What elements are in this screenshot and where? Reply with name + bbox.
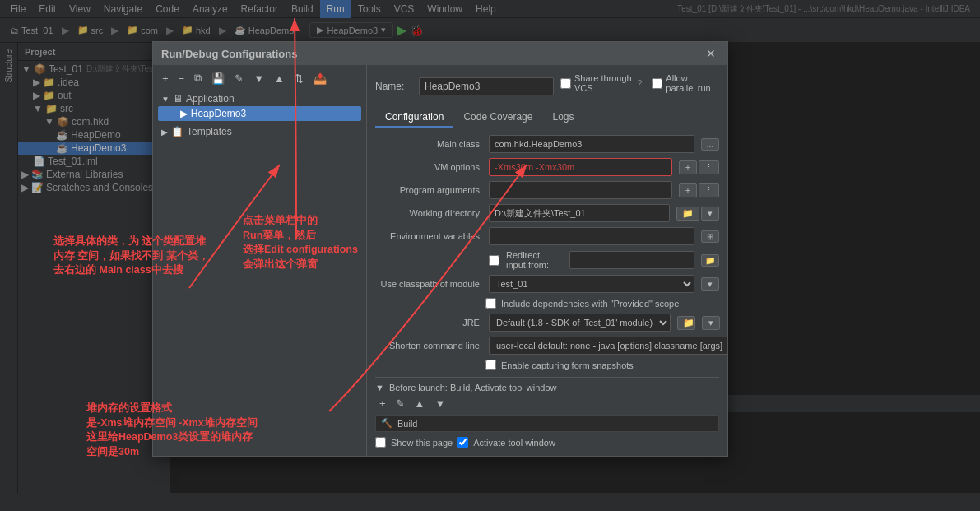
program-args-expand-button[interactable]: +	[679, 183, 697, 197]
parallel-run-label: Allow parallel run	[666, 73, 719, 93]
vm-options-expand-button[interactable]: +	[679, 160, 697, 174]
share-vcs-help-icon[interactable]: ?	[637, 78, 642, 88]
templates-label: Templates	[187, 126, 232, 137]
application-group-icon: 🖥	[173, 93, 183, 105]
redirect-checkbox[interactable]	[489, 255, 499, 266]
enable-snapshots-label: Enable capturing form snapshots	[501, 360, 634, 370]
activate-tool-window-label: Activate tool window	[473, 438, 555, 448]
before-launch-toolbar: + ✎ ▲ ▼	[375, 396, 719, 411]
edit-config-button[interactable]: ✎	[230, 70, 248, 86]
classpath-select[interactable]: Test_01	[489, 275, 694, 293]
program-args-label: Program arguments:	[375, 185, 482, 195]
before-launch-expand-icon[interactable]: ▼	[375, 383, 384, 393]
jre-row: JRE: Default (1.8 - SDK of 'Test_01' mod…	[375, 314, 719, 332]
enable-snapshots-checkbox[interactable]	[485, 360, 496, 370]
expand-application-icon: ▼	[161, 95, 170, 104]
before-launch-up-button[interactable]: ▲	[411, 396, 430, 411]
show-page-label: Show this page	[391, 438, 453, 448]
show-page-checkbox[interactable]	[375, 437, 386, 448]
name-field-label: Name:	[375, 81, 412, 92]
before-launch-build-label: Build	[397, 419, 417, 429]
redirect-input[interactable]	[569, 251, 694, 269]
main-class-input[interactable]	[489, 135, 694, 153]
dialog-title: Run/Debug Configurations	[161, 48, 297, 60]
vm-options-row: VM options: + ⋮	[375, 158, 719, 176]
parallel-run-checkbox[interactable]	[652, 78, 662, 89]
templates-arrow-icon: ▶	[161, 128, 168, 137]
classpath-row: Use classpath of module: Test_01 ▾	[375, 275, 719, 293]
tab-logs[interactable]: Logs	[542, 108, 583, 128]
run-debug-dialog: Run/Debug Configurations ✕ + − ⧉ 💾 ✎ ▼ ▲…	[152, 41, 728, 457]
env-vars-row: Environment variables: ⊞	[375, 227, 719, 245]
move-down-config-button[interactable]: ▼	[249, 70, 268, 86]
env-vars-label: Environment variables:	[375, 231, 482, 241]
remove-config-button[interactable]: −	[174, 70, 189, 86]
config-tree-application[interactable]: ▼ 🖥 Application	[158, 91, 361, 106]
working-dir-browse-button[interactable]: 📁	[676, 207, 699, 221]
before-launch-header: ▼ Before launch: Build, Activate tool wi…	[375, 383, 719, 393]
dialog-close-button[interactable]: ✕	[703, 47, 719, 60]
jre-label: JRE:	[375, 318, 482, 328]
tab-code-coverage[interactable]: Code Coverage	[453, 108, 542, 128]
heapdemo3-config-label: HeapDemo3	[191, 108, 246, 119]
add-config-button[interactable]: +	[158, 70, 173, 86]
sort-config-button[interactable]: ⇅	[290, 70, 308, 86]
jre-browse-button[interactable]: 📁	[677, 316, 695, 330]
program-args-options-button[interactable]: ⋮	[699, 183, 719, 197]
config-toolbar: + − ⧉ 💾 ✎ ▼ ▲ ⇅ 📤	[158, 70, 361, 86]
main-class-browse-button[interactable]: ...	[701, 138, 719, 151]
env-vars-browse-button[interactable]: ⊞	[701, 230, 719, 243]
config-tree-templates[interactable]: ▶ 📋 Templates	[158, 124, 361, 139]
include-deps-row: Include dependencies with "Provided" sco…	[375, 298, 719, 309]
vm-options-options-button[interactable]: ⋮	[699, 160, 719, 174]
move-up-config-button[interactable]: ▲	[270, 70, 289, 86]
name-row: Name: Share through VCS ? Allow parallel…	[375, 73, 719, 100]
share-vcs-checkbox[interactable]	[560, 78, 571, 89]
share-config-button[interactable]: 📤	[309, 70, 331, 86]
before-launch-down-button[interactable]: ▼	[430, 396, 449, 411]
jre-select[interactable]: Default (1.8 - SDK of 'Test_01' module)	[489, 314, 671, 332]
activate-tool-window-checkbox[interactable]	[457, 437, 468, 448]
env-vars-input[interactable]	[489, 227, 694, 245]
heapdemo3-arrow-icon	[174, 109, 177, 118]
program-args-input[interactable]	[489, 181, 672, 199]
include-deps-checkbox[interactable]	[485, 298, 496, 309]
include-deps-label: Include dependencies with "Provided" sco…	[501, 299, 679, 309]
tab-configuration[interactable]: Configuration	[375, 108, 453, 128]
vm-options-input[interactable]	[489, 158, 672, 176]
dialog-left-panel: + − ⧉ 💾 ✎ ▼ ▲ ⇅ 📤 ▼ 🖥 Application ▶ Heap…	[153, 65, 367, 456]
enable-snapshots-row: Enable capturing form snapshots	[375, 360, 719, 370]
before-launch-add-button[interactable]: +	[375, 396, 390, 411]
show-page-row: Show this page Activate tool window	[375, 437, 719, 448]
config-tree-heapdemo3[interactable]: ▶ HeapDemo3	[158, 106, 361, 121]
working-dir-input[interactable]	[489, 204, 670, 222]
shorten-cmd-label: Shorten command line:	[375, 341, 482, 351]
parallel-run-checkbox-row: Allow parallel run	[652, 73, 719, 93]
classpath-label: Use classpath of module:	[375, 279, 482, 289]
templates-icon: 📋	[171, 126, 183, 137]
working-dir-row: Working directory: 📁 ▾	[375, 204, 719, 222]
redirect-browse-button[interactable]: 📁	[701, 254, 719, 267]
classpath-options-button[interactable]: ▾	[701, 277, 719, 291]
working-dir-options-button[interactable]: ▾	[701, 207, 719, 221]
build-icon: 🔨	[381, 418, 392, 429]
shorten-cmd-select[interactable]: user-local default: none - java [options…	[489, 337, 727, 355]
share-vcs-checkbox-row: Share through VCS ?	[560, 73, 642, 93]
redirect-label: Redirect input from:	[506, 250, 560, 270]
main-class-label: Main class:	[375, 139, 482, 149]
program-args-btns: + ⋮	[679, 183, 719, 197]
name-field[interactable]	[419, 77, 554, 95]
vm-options-btns: + ⋮	[679, 160, 719, 174]
heapdemo3-config-icon: ▶	[180, 108, 188, 119]
save-config-button[interactable]: 💾	[207, 70, 229, 86]
copy-config-button[interactable]: ⧉	[190, 70, 206, 86]
before-launch-edit-button[interactable]: ✎	[392, 396, 409, 411]
vm-options-label: VM options:	[375, 162, 482, 172]
shorten-cmd-row: Shorten command line: user-local default…	[375, 337, 719, 355]
dialog-body: + − ⧉ 💾 ✎ ▼ ▲ ⇅ 📤 ▼ 🖥 Application ▶ Heap…	[153, 65, 727, 456]
jre-options-button[interactable]: ▾	[702, 316, 720, 330]
dialog-title-bar[interactable]: Run/Debug Configurations ✕	[153, 42, 727, 65]
before-launch-build-item: 🔨 Build	[375, 415, 719, 432]
share-row: Share through VCS ? Allow parallel run	[560, 73, 719, 93]
share-vcs-label: Share through VCS	[574, 73, 634, 93]
